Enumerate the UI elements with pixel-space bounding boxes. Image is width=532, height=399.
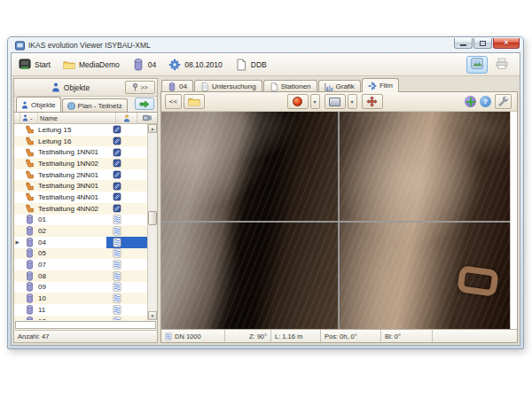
media-doc-icon: [106, 182, 128, 191]
list-item[interactable]: 10: [14, 293, 147, 304]
list-item[interactable]: Testhaltung 1NN02: [14, 158, 147, 169]
media-doc-icon: [106, 204, 128, 213]
close-button[interactable]: ×: [493, 38, 520, 49]
list-item[interactable]: 12: [14, 316, 147, 320]
angle-value: Bl: 0°: [381, 330, 433, 342]
display-dropdown[interactable]: ▾: [348, 94, 357, 109]
object-name: Testhaltung 1NN01: [38, 148, 106, 156]
tab-untersuchung[interactable]: Untersuchung: [194, 80, 262, 92]
type-column-header[interactable]: -: [20, 113, 38, 123]
tab-04[interactable]: 04: [161, 80, 193, 92]
object-name: 10: [38, 294, 106, 302]
object-name: Testhaltung 4NN01: [38, 193, 106, 201]
fan-icon: [168, 59, 181, 71]
shaft-icon: [20, 282, 38, 292]
list-item[interactable]: Testhaltung 3NN01: [14, 180, 147, 192]
object-name: Leitung 16: [38, 137, 106, 145]
object-name: Leitung 15: [38, 126, 106, 134]
object-name: 04: [38, 239, 106, 246]
media-doc-icon: [106, 248, 128, 258]
tab-objekte[interactable]: Objekte: [16, 97, 61, 112]
media-doc-icon: [106, 159, 128, 168]
crosshair-vertical: [338, 112, 340, 329]
list-item[interactable]: 09: [14, 282, 147, 293]
list-item[interactable]: Leitung 15: [14, 124, 147, 136]
sidebar-title: Objekte: [16, 82, 125, 92]
list-item[interactable]: Testhaltung 4NN02: [14, 203, 147, 215]
pipe-icon: [20, 148, 38, 157]
list-item[interactable]: 07: [14, 259, 147, 270]
shaft-icon: [20, 248, 38, 258]
object-table: - Name: [14, 112, 157, 342]
folder-icon: [188, 97, 200, 106]
position-target-icon[interactable]: [465, 96, 476, 107]
open-media-button[interactable]: [184, 94, 205, 109]
tab-plan-teilnetz[interactable]: Plan - Teilnetz: [62, 98, 128, 112]
chevron-down-icon: ▾: [313, 98, 316, 105]
tab-film[interactable]: Film: [362, 78, 399, 92]
pan-control-button[interactable]: [362, 94, 383, 109]
pipe-dimension: DN 1000: [161, 330, 225, 342]
object-name: Testhaltung 2NN01: [38, 171, 106, 179]
record-button[interactable]: [287, 94, 309, 109]
pipe-icon: [20, 204, 38, 213]
list-item[interactable]: 02: [14, 225, 147, 237]
toolbar-item-date[interactable]: 08.10.2010: [168, 59, 223, 71]
list-item[interactable]: 08: [14, 270, 147, 282]
apply-filter-button[interactable]: [135, 98, 154, 110]
shaft-icon: [168, 82, 176, 91]
tab-stationen[interactable]: Stationen: [263, 80, 317, 92]
help-icon[interactable]: ?: [480, 96, 491, 107]
zoom-value: Z: 90°: [225, 330, 271, 342]
count-label: Anzahl: 47: [18, 332, 49, 340]
collapse-button[interactable]: <<: [165, 94, 182, 109]
list-item[interactable]: Testhaltung 2NN01: [14, 169, 147, 181]
list-item[interactable]: ▶04: [14, 237, 147, 248]
scrollbar-thumb[interactable]: [148, 211, 157, 225]
shaft-icon: [20, 305, 38, 315]
record-dropdown[interactable]: ▾: [310, 94, 320, 109]
media-column-header[interactable]: [137, 113, 157, 123]
list-item[interactable]: 05: [14, 248, 147, 260]
list-item[interactable]: Leitung 16: [14, 136, 147, 147]
filter-row[interactable]: [15, 321, 156, 329]
minimize-button[interactable]: [454, 38, 473, 49]
print-button[interactable]: [491, 56, 512, 74]
autohide-button[interactable]: >>: [125, 81, 155, 94]
image-viewer-icon: [471, 57, 483, 73]
name-column-header[interactable]: Name: [38, 113, 116, 123]
media-doc-icon: [106, 293, 128, 303]
sidebar-header: Objekte >>: [14, 79, 157, 97]
toolbar-item-start[interactable]: Start: [19, 59, 51, 71]
toolbar-item-shaft[interactable]: 04: [132, 59, 156, 71]
maximize-button[interactable]: [473, 38, 492, 49]
scroll-up-icon[interactable]: ▲: [148, 124, 157, 133]
objects-sidebar: Objekte >> Objekte: [13, 78, 158, 343]
inspector-column-header[interactable]: [116, 113, 137, 123]
pipe-icon: [20, 137, 38, 145]
object-name: Testhaltung 3NN01: [38, 182, 106, 190]
settings-button[interactable]: [495, 94, 512, 109]
scrollbar-track[interactable]: [148, 133, 157, 311]
list-item[interactable]: Testhaltung 1NN01: [14, 146, 147, 158]
toolbar-item-mediademo[interactable]: MediaDemo: [63, 59, 120, 71]
chart-icon: [325, 82, 333, 91]
document-icon: [270, 82, 278, 91]
list-item[interactable]: 11: [14, 304, 147, 316]
media-doc-icon: [106, 192, 128, 201]
titlebar[interactable]: IKAS evolution Viewer ISYBAU-XML ×: [11, 37, 520, 52]
list-item[interactable]: 01: [14, 215, 147, 226]
toolbar-item-ddb[interactable]: DDB: [235, 59, 267, 71]
object-name: 01: [38, 215, 106, 223]
display-mode-button[interactable]: [325, 94, 346, 109]
scroll-down-icon[interactable]: ▼: [148, 311, 157, 320]
image-viewer-button[interactable]: [466, 56, 488, 74]
shaft-icon: [20, 271, 38, 281]
globe-icon: [67, 102, 75, 110]
tab-grafik[interactable]: Grafik: [318, 80, 361, 92]
video-area[interactable]: [161, 112, 510, 329]
marker-column-header: [14, 113, 20, 123]
position-value: Pos: 0h, 0°: [321, 330, 381, 342]
list-item[interactable]: Testhaltung 4NN01: [14, 192, 147, 203]
list-scrollbar[interactable]: ▲ ▼: [147, 124, 157, 320]
